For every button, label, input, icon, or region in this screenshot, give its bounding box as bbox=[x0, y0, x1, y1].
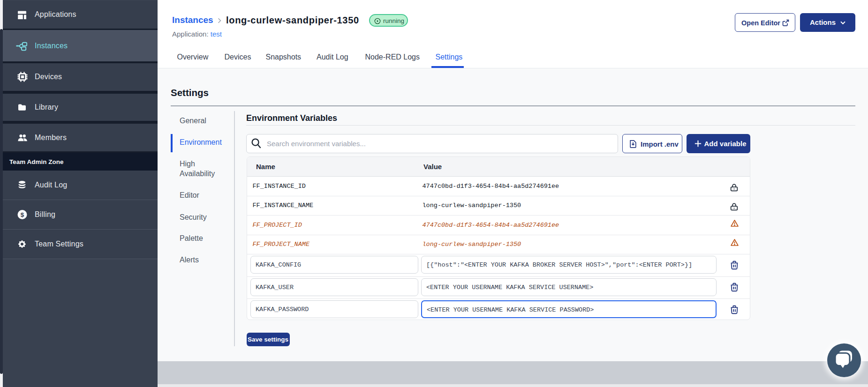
svg-text:$: $ bbox=[21, 211, 24, 218]
